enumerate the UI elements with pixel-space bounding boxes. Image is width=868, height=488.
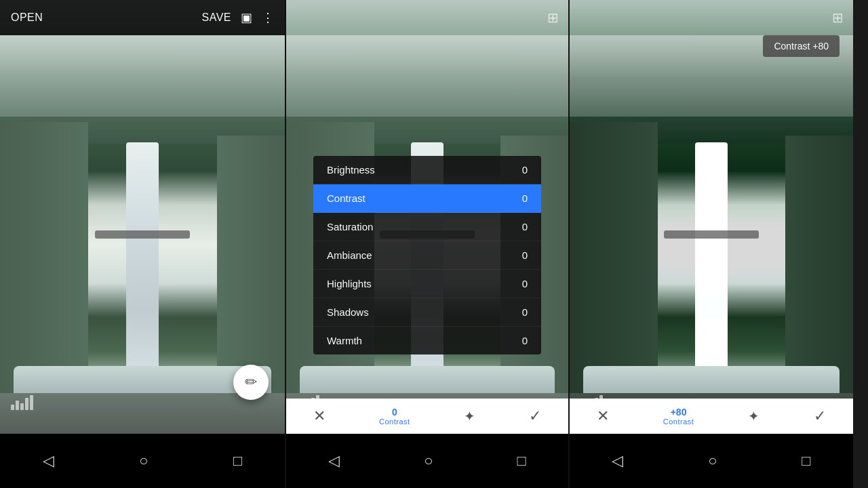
- adj-row-highlights[interactable]: Highlights0: [313, 270, 541, 298]
- adj-value-shadows: 0: [522, 306, 528, 318]
- cancel-button-p2[interactable]: ✕: [313, 407, 326, 425]
- adj-row-saturation[interactable]: Saturation0: [313, 213, 541, 241]
- histogram-p1[interactable]: [11, 394, 33, 410]
- wf-mist-p2: [286, 35, 568, 117]
- back-button-p3[interactable]: ◁: [612, 452, 623, 470]
- bottom-nav-p2: ◁ ○ □: [286, 434, 568, 488]
- adj-row-shadows[interactable]: Shadows0: [313, 298, 541, 327]
- recent-button-p2[interactable]: □: [517, 452, 526, 470]
- adj-row-contrast[interactable]: Contrast0: [313, 184, 541, 213]
- recent-button-p3[interactable]: □: [802, 452, 810, 470]
- adj-label-contrast: Contrast: [327, 192, 366, 204]
- more-options-icon[interactable]: ⋮: [262, 10, 274, 25]
- confirm-button-p3[interactable]: ✓: [814, 407, 826, 425]
- wf-cliff-left-p1: [0, 122, 88, 407]
- adj-label-shadows: Shadows: [327, 306, 369, 318]
- adj-label-highlights: Highlights: [327, 278, 372, 289]
- confirm-button-p2[interactable]: ✓: [529, 407, 541, 425]
- hist-bar: [20, 403, 24, 410]
- panel-3: ⊞ Contrast +80 ✕ +80 Contrast ✦ ✓ ◁ ○ □: [570, 0, 853, 488]
- compare-icon-p3[interactable]: ⊞: [832, 9, 844, 26]
- adj-label-warmth: Warmth: [327, 335, 362, 346]
- edit-fab-button[interactable]: ✏: [233, 365, 269, 400]
- toolbar-center-p2: 0 Contrast: [379, 407, 410, 426]
- contrast-value-p2: 0: [392, 407, 397, 418]
- hist-bar: [16, 401, 19, 410]
- adj-row-brightness[interactable]: Brightness0: [313, 156, 541, 184]
- hist-bar: [30, 395, 33, 410]
- contrast-tooltip: Contrast +80: [763, 35, 840, 57]
- adj-label-ambiance: Ambiance: [327, 249, 372, 261]
- toolbar-center-p3: +80 Contrast: [663, 407, 694, 426]
- cancel-button-p3[interactable]: ✕: [597, 407, 609, 425]
- recent-button-p1[interactable]: □: [233, 452, 242, 470]
- adj-value-highlights: 0: [522, 278, 528, 289]
- wf-cliff-right-p1: [217, 136, 285, 393]
- bottom-nav-p1: ◁ ○ □: [0, 434, 285, 488]
- contrast-value-p3: +80: [671, 407, 687, 418]
- wf-cliff-right-p3: [785, 136, 853, 393]
- adjustment-menu: Brightness0Contrast0Saturation0Ambiance0…: [313, 156, 541, 354]
- adj-label-saturation: Saturation: [327, 221, 373, 232]
- wf-bridge-p1: [95, 230, 190, 239]
- bottom-nav-p3: ◁ ○ □: [570, 434, 853, 488]
- top-bar-icons: SAVE ▣ ⋮: [202, 10, 275, 25]
- back-button-p2[interactable]: ◁: [328, 452, 340, 470]
- auto-adjust-button-p2[interactable]: ✦: [464, 408, 475, 424]
- back-button-p1[interactable]: ◁: [43, 452, 54, 470]
- adj-row-ambiance[interactable]: Ambiance0: [313, 241, 541, 270]
- wf-cliff-left-p3: [570, 122, 658, 407]
- adj-value-saturation: 0: [522, 221, 528, 232]
- contrast-label-p3: Contrast: [663, 418, 694, 426]
- adj-value-warmth: 0: [522, 335, 528, 346]
- adj-value-brightness: 0: [522, 164, 528, 176]
- layers-icon[interactable]: ▣: [241, 10, 252, 25]
- panel-2: ⊞ Brightness0Contrast0Saturation0Ambianc…: [285, 0, 570, 488]
- home-button-p1[interactable]: ○: [139, 452, 148, 470]
- adj-value-ambiance: 0: [522, 249, 528, 261]
- adj-label-brightness: Brightness: [327, 164, 375, 176]
- panel-1: OPEN SAVE ▣ ⋮ ✏ ◁ ○ □: [0, 0, 285, 488]
- compare-icon-p2[interactable]: ⊞: [547, 9, 559, 26]
- contrast-label-p2: Contrast: [379, 418, 410, 426]
- home-button-p2[interactable]: ○: [424, 452, 433, 470]
- top-bar-p1: OPEN SAVE ▣ ⋮: [0, 0, 285, 35]
- wf-rocks-p1: [0, 393, 285, 434]
- auto-adjust-button-p3[interactable]: ✦: [748, 408, 760, 424]
- edit-toolbar-p3: ✕ +80 Contrast ✦ ✓: [570, 399, 853, 434]
- adj-row-warmth[interactable]: Warmth0: [313, 327, 541, 354]
- edit-toolbar-p2: ✕ 0 Contrast ✦ ✓: [286, 399, 568, 434]
- home-button-p3[interactable]: ○: [708, 452, 717, 470]
- hist-bar: [11, 405, 14, 410]
- save-button[interactable]: SAVE: [202, 12, 232, 24]
- open-button[interactable]: OPEN: [11, 12, 43, 24]
- adj-value-contrast: 0: [522, 192, 528, 204]
- pencil-icon: ✏: [245, 373, 257, 391]
- wf-mist-p1: [0, 35, 285, 117]
- wf-bridge-p3: [664, 230, 759, 239]
- hist-bar: [25, 398, 28, 410]
